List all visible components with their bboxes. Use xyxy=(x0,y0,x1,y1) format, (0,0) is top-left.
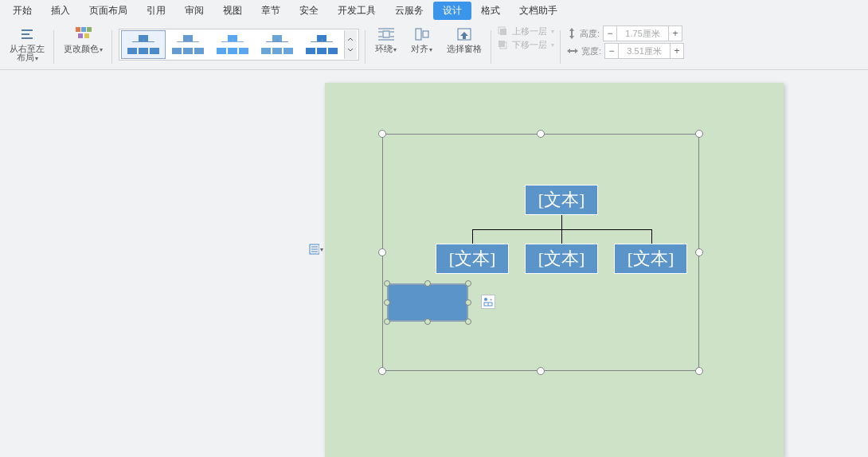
width-row: 宽度: − + xyxy=(567,43,684,59)
svg-rect-8 xyxy=(383,31,389,37)
align-button[interactable]: 对齐▾ xyxy=(408,24,436,55)
style-option-3[interactable] xyxy=(210,30,255,59)
svg-rect-16 xyxy=(423,31,428,37)
page-canvas[interactable]: ▾ [文本] [文本] [文本] [文本] xyxy=(325,83,784,457)
ribbon-group-size: 高度: − + 宽度: − + xyxy=(561,24,690,70)
height-row: 高度: − + xyxy=(567,25,684,41)
width-increase[interactable]: + xyxy=(670,43,684,59)
selection-pane-icon xyxy=(456,25,473,43)
width-input[interactable] xyxy=(619,43,670,59)
menu-references[interactable]: 引用 xyxy=(137,2,175,20)
send-backward-label: 下移一层 xyxy=(512,39,547,51)
menu-view[interactable]: 视图 xyxy=(213,2,252,20)
svg-rect-20 xyxy=(499,41,505,47)
connector xyxy=(651,229,652,244)
menu-page-layout[interactable]: 页面布局 xyxy=(80,2,137,20)
change-colors-button[interactable]: 更改颜色▾ xyxy=(61,24,106,55)
bring-forward-icon xyxy=(498,26,509,37)
connector xyxy=(561,214,562,230)
menu-bar: 开始 插入 页面布局 引用 审阅 视图 章节 安全 开发工具 云服务 设计 格式… xyxy=(0,0,868,21)
menu-design[interactable]: 设计 xyxy=(433,2,471,20)
bring-forward-button[interactable]: 上移一层▾ xyxy=(498,25,554,37)
align-label: 对齐▾ xyxy=(411,45,432,53)
selection-pane-label: 选择窗格 xyxy=(447,45,482,53)
width-decrease[interactable]: − xyxy=(604,43,619,59)
height-decrease[interactable]: − xyxy=(603,25,617,41)
smartart-node-child-1[interactable]: [文本] xyxy=(436,244,509,274)
wrap-button[interactable]: 环绕▾ xyxy=(372,24,400,55)
menu-chapters[interactable]: 章节 xyxy=(252,2,290,20)
menu-insert[interactable]: 插入 xyxy=(41,2,80,20)
style-option-4[interactable] xyxy=(255,30,299,59)
menu-security[interactable]: 安全 xyxy=(290,2,328,20)
colors-label: 更改颜色▾ xyxy=(64,45,103,53)
svg-rect-4 xyxy=(81,27,86,32)
wrap-icon xyxy=(377,25,395,43)
ribbon: 从右至左 布局▾ 更改颜色▾ xyxy=(0,21,868,70)
bring-forward-label: 上移一层 xyxy=(512,25,547,37)
shape-selection-frame[interactable] xyxy=(387,283,468,322)
height-increase[interactable]: + xyxy=(668,25,682,41)
wrap-label: 环绕▾ xyxy=(375,45,397,53)
menu-doc-assistant[interactable]: 文档助手 xyxy=(510,2,567,20)
height-icon xyxy=(567,28,577,39)
selection-pane-button[interactable]: 选择窗格 xyxy=(444,24,485,55)
svg-rect-5 xyxy=(87,27,92,32)
send-backward-icon xyxy=(498,40,509,51)
rtl-icon xyxy=(18,25,36,43)
svg-rect-18 xyxy=(500,29,506,35)
height-label: 高度: xyxy=(580,28,600,40)
svg-rect-15 xyxy=(416,29,421,40)
style-option-5[interactable] xyxy=(299,30,344,59)
width-label: 宽度: xyxy=(581,45,601,57)
ribbon-group-styles xyxy=(112,24,366,70)
height-spinbox: − + xyxy=(603,25,682,41)
svg-rect-3 xyxy=(76,27,80,32)
send-backward-button[interactable]: 下移一层▾ xyxy=(498,39,554,51)
svg-rect-1 xyxy=(22,33,29,35)
style-option-1[interactable] xyxy=(121,30,166,59)
layout-options-button[interactable]: ▾ xyxy=(309,242,323,256)
rtl-button[interactable]: 从右至左 布局▾ xyxy=(6,24,48,64)
svg-rect-0 xyxy=(22,29,33,31)
menu-format[interactable]: 格式 xyxy=(471,2,510,20)
ribbon-group-colors: 更改颜色▾ xyxy=(54,24,112,70)
style-gallery-expand[interactable] xyxy=(344,30,357,59)
svg-rect-6 xyxy=(78,33,83,38)
smartart-node-child-3[interactable]: [文本] xyxy=(614,244,687,274)
width-spinbox: − + xyxy=(604,43,684,59)
ribbon-group-arrange: 环绕▾ 对齐▾ 选择窗格 xyxy=(366,24,491,70)
smartart-node-child-2[interactable]: [文本] xyxy=(525,244,598,274)
connector xyxy=(561,229,562,244)
svg-point-26 xyxy=(484,298,487,301)
connector xyxy=(472,229,473,244)
style-option-2[interactable] xyxy=(166,30,210,59)
align-icon xyxy=(413,25,431,43)
svg-rect-7 xyxy=(84,33,89,38)
smartart-node-root[interactable]: [文本] xyxy=(525,185,598,215)
colors-icon xyxy=(75,25,92,43)
ribbon-group-direction: 从右至左 布局▾ xyxy=(0,24,54,70)
add-shape-button[interactable]: + xyxy=(481,295,495,309)
menu-devtools[interactable]: 开发工具 xyxy=(328,2,385,20)
svg-text:+: + xyxy=(490,297,493,302)
ribbon-group-order: 上移一层▾ 下移一层▾ xyxy=(491,24,561,70)
layout-label: 布局▾ xyxy=(17,53,38,62)
style-gallery xyxy=(119,29,359,61)
width-icon xyxy=(567,46,578,56)
svg-rect-2 xyxy=(22,37,33,39)
menu-review[interactable]: 审阅 xyxy=(175,2,213,20)
menu-start[interactable]: 开始 xyxy=(3,2,41,20)
height-input[interactable] xyxy=(617,25,668,41)
menu-cloud[interactable]: 云服务 xyxy=(385,2,433,20)
document-area: ▾ [文本] [文本] [文本] [文本] xyxy=(0,70,868,457)
